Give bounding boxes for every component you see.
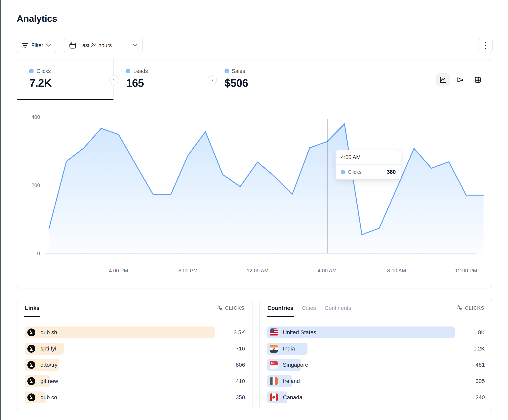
tab-clicks[interactable]: Clicks 7.2K — [17, 59, 114, 100]
date-range-label: Last 24 hours — [79, 42, 112, 49]
x-axis-tick: 4:00 AM — [318, 268, 336, 274]
list-item[interactable]: United States1.8K — [267, 326, 485, 338]
chart-tooltip: 4:00 AM Clicks 380 — [336, 150, 401, 180]
list-item[interactable]: Canada240 — [267, 391, 485, 403]
bar-track: United States — [267, 326, 457, 338]
tooltip-legend-swatch — [341, 170, 345, 174]
chevron-right-icon[interactable]: › — [208, 75, 217, 84]
list-item[interactable]: Singapore481 — [267, 359, 485, 371]
bar-track: spti.fyi — [25, 343, 218, 355]
y-axis-tick: 200 — [31, 182, 40, 188]
links-panel: Links CLICKS dub. — [17, 299, 253, 411]
row-label: India — [283, 346, 295, 352]
row-value: 1.8K — [463, 329, 485, 336]
stat-label: Clicks — [37, 68, 51, 74]
sales-value: $506 — [224, 77, 248, 89]
date-range-button[interactable]: Last 24 hours — [64, 38, 143, 53]
leads-legend-swatch — [126, 69, 130, 73]
tab-cities[interactable]: Cities — [302, 299, 316, 317]
row-label: United States — [283, 329, 316, 336]
chevron-down-icon — [46, 44, 51, 47]
tab-continents[interactable]: Continents — [325, 299, 351, 317]
row-value: 481 — [463, 362, 485, 368]
countries-panel: Countries Cities Continents CLICKS — [260, 299, 492, 411]
row-label: Canada — [283, 394, 302, 401]
tab-links[interactable]: Links — [25, 299, 39, 317]
clicks-value: 7.2K — [29, 77, 113, 89]
list-item[interactable]: Ireland305 — [267, 375, 485, 387]
leads-value: 165 — [126, 77, 212, 89]
table-grid-icon[interactable] — [471, 73, 484, 86]
row-label: spti.fyi — [40, 346, 56, 352]
row-content: India — [267, 343, 295, 355]
list-item[interactable]: git.new410 — [25, 375, 245, 387]
filter-button[interactable]: Filter — [17, 38, 56, 53]
dub-logo-icon — [27, 345, 35, 353]
tooltip-value: 380 — [387, 169, 396, 175]
row-content: dub.sh — [25, 326, 57, 338]
tooltip-series-label: Clicks — [348, 169, 361, 175]
flag-ireland-icon — [270, 377, 278, 385]
row-value: 240 — [463, 394, 485, 401]
row-content: spti.fyi — [25, 343, 56, 355]
analytics-page: Analytics Filter Last 24 hours — [0, 0, 508, 420]
filter-button-label: Filter — [31, 42, 43, 49]
bar-track: dub.sh — [25, 326, 218, 338]
bar-track: d.to/try — [25, 359, 218, 371]
clicks-legend-swatch — [29, 69, 34, 73]
x-axis-tick: 8:00 PM — [179, 268, 198, 274]
row-content: Canada — [267, 391, 302, 403]
stat-label: Leads — [133, 68, 148, 74]
dub-logo-icon — [27, 328, 35, 336]
bar-track: Singapore — [267, 359, 457, 371]
row-value: 3.5K — [223, 329, 245, 336]
row-value: 305 — [463, 378, 485, 384]
list-item[interactable]: dub.sh3.5K — [25, 326, 245, 338]
cursor-click-icon — [457, 305, 463, 311]
row-value: 716 — [223, 346, 245, 352]
clicks-timeseries-chart[interactable]: 40020004:00 PM8:00 PM12:00 AM4:00 AM8:00… — [17, 100, 492, 288]
row-content: d.to/try — [25, 359, 58, 371]
list-item[interactable]: dub.co350 — [25, 391, 245, 403]
chevron-right-icon[interactable]: › — [109, 75, 119, 84]
flag-india-icon — [270, 345, 278, 353]
bar-track: Canada — [267, 391, 457, 403]
line-chart-icon[interactable] — [436, 73, 449, 86]
x-axis-tick: 4:00 PM — [109, 268, 128, 274]
row-value: 1.2K — [463, 346, 485, 352]
dub-logo-icon — [27, 393, 35, 401]
area-chart[interactable]: 40020004:00 PM8:00 PM12:00 AM4:00 AM8:00… — [17, 100, 492, 288]
row-value: 350 — [223, 394, 245, 401]
tab-leads[interactable]: Leads 165 — [114, 59, 212, 100]
x-axis-tick: 12:00 PM — [455, 268, 477, 274]
stat-label: Sales — [232, 68, 245, 74]
sales-legend-swatch — [224, 69, 229, 73]
clicks-metric-toggle[interactable]: CLICKS — [457, 305, 484, 311]
stats-tabs-row: Clicks 7.2K Leads 165 Sales $506 › › — [17, 59, 492, 100]
kebab-menu-icon — [485, 42, 486, 43]
tab-countries[interactable]: Countries — [267, 299, 293, 317]
row-label: dub.co — [40, 394, 57, 401]
links-list: dub.sh3.5K spti.fyi716 d.to/try606 git.n… — [17, 317, 252, 403]
calendar-icon — [69, 42, 76, 49]
window-edge — [0, 0, 1, 420]
row-content: dub.co — [25, 391, 57, 403]
analytics-card: Clicks 7.2K Leads 165 Sales $506 › › — [17, 59, 492, 289]
list-item[interactable]: spti.fyi716 — [25, 343, 245, 355]
row-content: Singapore — [267, 359, 308, 371]
metric-label: CLICKS — [465, 305, 484, 311]
list-item[interactable]: India1.2K — [267, 343, 485, 355]
clicks-metric-toggle[interactable]: CLICKS — [217, 305, 245, 311]
more-options-button[interactable] — [478, 38, 493, 53]
chart-view-switcher — [436, 73, 484, 86]
tab-sales[interactable]: Sales $506 — [212, 59, 248, 100]
metric-label: CLICKS — [225, 305, 245, 311]
funnel-chart-icon[interactable] — [454, 73, 467, 86]
bar-track: Ireland — [267, 375, 457, 387]
row-content: United States — [267, 326, 316, 338]
flag-canada-icon — [270, 393, 278, 401]
dub-logo-icon — [27, 361, 35, 369]
x-axis-tick: 8:00 AM — [387, 268, 406, 274]
row-label: git.new — [40, 378, 58, 384]
list-item[interactable]: d.to/try606 — [25, 359, 245, 371]
